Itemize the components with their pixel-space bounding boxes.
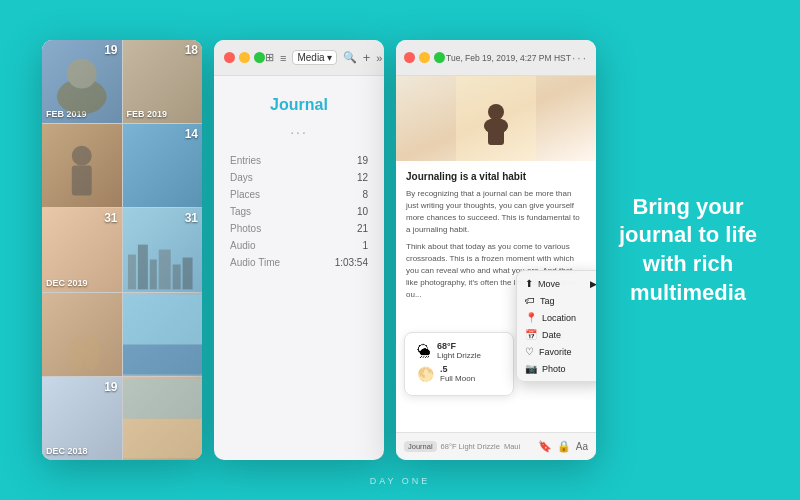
heading-line1: Bring your	[632, 194, 743, 219]
svg-point-19	[488, 104, 504, 120]
photo-cell-7[interactable]	[42, 293, 122, 376]
photo-num-4: 14	[185, 127, 198, 141]
right-heading: Bring your journal to life with rich mul…	[618, 193, 758, 307]
stat-entries-value: 19	[357, 155, 368, 166]
menu-item-move[interactable]: ⬆ Move ▶	[517, 275, 596, 292]
weather-row-drizzle: 🌦 68°F Light Drizzle	[417, 341, 501, 360]
menu-item-favorite[interactable]: ♡ Favorite	[517, 343, 596, 360]
stat-audio-time: Audio Time 1:03:54	[224, 254, 374, 271]
search-icon[interactable]: 🔍	[343, 51, 357, 64]
filter-icon[interactable]: ≡	[280, 52, 286, 64]
drizzle-icon: 🌦	[417, 343, 431, 359]
menu-item-tag-left: 🏷 Tag	[525, 295, 555, 306]
photo-cell-4[interactable]: 14	[123, 124, 203, 207]
svg-rect-4	[127, 255, 135, 290]
entry-headline: Journaling is a vital habit	[406, 171, 586, 182]
bottom-branding: DAY ONE	[370, 476, 431, 486]
favorite-icon: ♡	[525, 346, 534, 357]
svg-rect-7	[158, 250, 170, 290]
journal-list-content: Journal ··· Entries 19 Days 12 Places 8 …	[214, 76, 384, 460]
entry-photo	[396, 76, 596, 161]
menu-item-favorite-left: ♡ Favorite	[525, 346, 572, 357]
photo-cell-8[interactable]	[123, 293, 203, 376]
svg-rect-12	[123, 294, 203, 344]
photo-num-9: 19	[104, 380, 117, 394]
more-icon[interactable]: »	[376, 52, 382, 64]
photo-cell-6[interactable]: 31	[123, 208, 203, 291]
photo-cell-2[interactable]: 18 FEB 2019	[123, 40, 203, 123]
stat-tags-label: Tags	[230, 206, 251, 217]
photo-cell-10[interactable]	[123, 377, 203, 460]
menu-item-date[interactable]: 📅 Date	[517, 326, 596, 343]
menu-location-label: Location	[542, 313, 576, 323]
photo-date-2: FEB 2019	[127, 109, 168, 119]
menu-favorite-label: Favorite	[539, 347, 572, 357]
weather-row-moon: 🌕 .5 Full Moon	[417, 364, 501, 383]
date-icon: 📅	[525, 329, 537, 340]
photo-cell-5[interactable]: 31 DEC 2019	[42, 208, 122, 291]
entry-maximize-button[interactable]	[434, 52, 445, 63]
entry-minimize-button[interactable]	[419, 52, 430, 63]
stat-days: Days 12	[224, 169, 374, 186]
moon-value: .5	[440, 364, 475, 374]
svg-point-3	[72, 146, 92, 166]
photo-cell-1[interactable]: 19 FEB 2019	[42, 40, 122, 123]
svg-rect-13	[123, 344, 203, 374]
entry-date: Tue, Feb 19, 2019, 4:27 PM HST	[446, 53, 571, 63]
stat-places: Places 8	[224, 186, 374, 203]
grid-icon[interactable]: ⊞	[265, 51, 274, 64]
bookmark-icon[interactable]: 🔖	[538, 440, 552, 453]
menu-item-move-left: ⬆ Move	[525, 278, 560, 289]
photo-date-9: DEC 2018	[46, 446, 88, 456]
menu-item-date-left: 📅 Date	[525, 329, 561, 340]
media-select[interactable]: Media ▾	[292, 50, 336, 65]
photo-cell-3[interactable]	[42, 124, 122, 207]
close-button[interactable]	[224, 52, 235, 63]
right-text-panel: Bring your journal to life with rich mul…	[618, 193, 758, 307]
entry-para1: By recognizing that a journal can be mor…	[406, 188, 586, 236]
menu-move-label: Move	[538, 279, 560, 289]
add-icon[interactable]: +	[363, 50, 371, 65]
maximize-button[interactable]	[254, 52, 265, 63]
stat-days-label: Days	[230, 172, 253, 183]
journal-stats: Entries 19 Days 12 Places 8 Tags 10 Phot…	[224, 152, 374, 271]
weather-desc: Light Drizzle	[437, 351, 481, 360]
location-icon: 📍	[525, 312, 537, 323]
stat-tags-value: 10	[357, 206, 368, 217]
menu-item-location[interactable]: 📍 Location	[517, 309, 596, 326]
stat-entries: Entries 19	[224, 152, 374, 169]
menu-item-photo[interactable]: 📷 Photo	[517, 360, 596, 377]
lock-icon[interactable]: 🔒	[557, 440, 571, 453]
submenu-arrow: ▶	[590, 279, 596, 289]
journal-entry-window: Tue, Feb 19, 2019, 4:27 PM HST ···	[396, 40, 596, 460]
entry-close-button[interactable]	[404, 52, 415, 63]
stat-days-value: 12	[357, 172, 368, 183]
footer-left: Journal 68°F Light Drizzle Maui	[404, 441, 520, 452]
entry-window-controls	[404, 52, 445, 63]
minimize-button[interactable]	[239, 52, 250, 63]
stat-places-value: 8	[362, 189, 368, 200]
entry-body: Journaling is a vital habit By recognizi…	[396, 161, 596, 432]
entry-footer: Journal 68°F Light Drizzle Maui 🔖 🔒 Aa	[396, 432, 596, 460]
photo-icon: 📷	[525, 363, 537, 374]
context-menu: ⬆ Move ▶ 🏷 Tag 📍 Location	[516, 270, 596, 382]
weather-temp: 68°F	[437, 341, 481, 351]
weather-widget: 🌦 68°F Light Drizzle 🌕 .5 Full Moon	[404, 332, 514, 396]
stat-places-label: Places	[230, 189, 260, 200]
svg-point-1	[67, 59, 97, 89]
svg-rect-2	[72, 166, 92, 196]
svg-rect-6	[149, 260, 156, 290]
chevron-icon: ▾	[327, 52, 332, 63]
font-icon[interactable]: Aa	[576, 441, 588, 452]
photo-cell-9[interactable]: 19 DEC 2018	[42, 377, 122, 460]
entry-more-icon[interactable]: ···	[572, 51, 588, 65]
menu-item-tag[interactable]: 🏷 Tag	[517, 292, 596, 309]
svg-point-11	[84, 334, 100, 370]
svg-rect-15	[123, 379, 203, 419]
tag-icon: 🏷	[525, 295, 535, 306]
svg-rect-20	[488, 120, 504, 145]
main-container: 19 FEB 2019 18 FEB 2019 14	[0, 0, 800, 500]
stat-tags: Tags 10	[224, 203, 374, 220]
photo-num-2: 18	[185, 43, 198, 57]
photo-date-5: DEC 2019	[46, 278, 88, 288]
